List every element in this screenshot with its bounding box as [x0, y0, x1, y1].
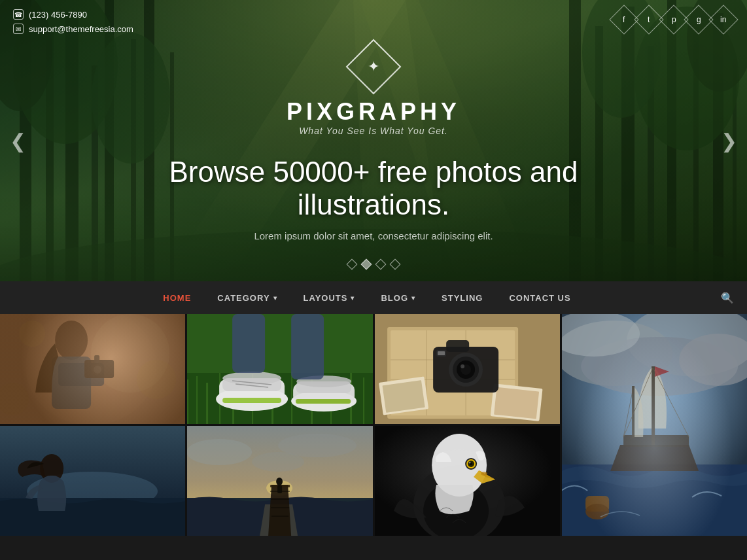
hero-logo	[354, 47, 393, 86]
svg-rect-61	[222, 398, 281, 403]
svg-point-92	[627, 314, 747, 376]
svg-rect-98	[651, 366, 655, 445]
svg-rect-90	[562, 314, 747, 536]
svg-rect-32	[52, 357, 91, 409]
svg-rect-34	[84, 360, 114, 378]
slide-dot-3[interactable]	[375, 259, 387, 270]
svg-point-30	[91, 314, 169, 393]
svg-point-40	[0, 383, 29, 415]
svg-rect-28	[0, 314, 185, 424]
svg-point-35	[92, 364, 103, 376]
next-slide-button[interactable]: ❯	[721, 130, 737, 152]
hero-headline: Browse 50000+ free photos and illustrati…	[112, 156, 635, 221]
slider-dots	[348, 260, 399, 268]
top-bar: ☎ (123) 456-7890 ✉ support@themefreesia.…	[0, 0, 747, 43]
nav-home[interactable]: HOME	[150, 281, 204, 314]
svg-rect-67	[232, 314, 265, 373]
svg-point-86	[460, 364, 464, 368]
svg-point-121	[187, 439, 252, 465]
category-dropdown-arrow: ▾	[273, 294, 277, 302]
svg-point-105	[585, 504, 609, 519]
svg-rect-44	[196, 376, 198, 424]
svg-rect-120	[277, 485, 282, 493]
svg-point-103	[585, 496, 609, 512]
svg-point-31	[55, 321, 88, 360]
photo-cell-3[interactable]	[375, 314, 560, 424]
svg-point-39	[137, 360, 176, 399]
photo-cell-5[interactable]	[0, 426, 185, 536]
slide-dot-1[interactable]	[347, 259, 358, 270]
svg-rect-104	[585, 496, 609, 512]
svg-rect-81	[446, 340, 469, 352]
svg-line-102	[623, 387, 633, 437]
svg-rect-37	[94, 355, 99, 363]
site-name: PIXGRAPHY	[287, 98, 460, 126]
nav-items: HOME CATEGORY ▾ LAYOUTS ▾ BLOG ▾ STYLING…	[13, 281, 721, 314]
nav-styling[interactable]: STYLING	[428, 281, 496, 314]
svg-point-94	[562, 314, 640, 357]
phone-icon: ☎	[13, 9, 24, 20]
svg-point-123	[252, 452, 304, 472]
navbar: HOME CATEGORY ▾ LAYOUTS ▾ BLOG ▾ STYLING…	[0, 281, 747, 314]
slide-dot-2[interactable]	[361, 259, 372, 270]
svg-rect-68	[291, 314, 324, 379]
svg-point-134	[481, 472, 487, 476]
photo-cell-4[interactable]	[562, 314, 747, 536]
photo-cell-1[interactable]	[0, 314, 185, 424]
nav-blog[interactable]: BLOG ▾	[368, 281, 428, 314]
prev-slide-button[interactable]: ❮	[10, 130, 26, 152]
phone-contact: ☎ (123) 456-7890	[13, 9, 133, 20]
svg-point-93	[581, 337, 738, 396]
email-address: support@themefreesia.com	[29, 24, 133, 34]
email-contact: ✉ support@themefreesia.com	[13, 24, 133, 34]
svg-rect-99	[632, 386, 634, 438]
svg-rect-66	[296, 399, 351, 404]
svg-point-29	[26, 314, 156, 424]
svg-point-95	[679, 334, 747, 386]
hero-subtext: Lorem ipsum dolor sit amet, consectetur …	[254, 230, 493, 241]
svg-point-91	[562, 321, 672, 386]
svg-rect-89	[562, 314, 747, 536]
svg-rect-50	[291, 372, 292, 424]
svg-line-100	[623, 368, 653, 437]
photo-cell-7[interactable]	[375, 426, 560, 536]
svg-rect-97	[623, 435, 689, 447]
svg-rect-43	[187, 379, 188, 424]
social-icons-group: f t p g in	[614, 9, 734, 30]
photo-cell-6[interactable]	[187, 426, 372, 536]
contact-info: ☎ (123) 456-7890 ✉ support@themefreesia.…	[13, 9, 133, 34]
svg-point-133	[468, 462, 470, 464]
svg-rect-79	[494, 387, 539, 419]
nav-layouts[interactable]: LAYOUTS ▾	[290, 281, 368, 314]
svg-rect-77	[382, 380, 425, 413]
nav-contact[interactable]: CONTACT US	[496, 281, 583, 314]
email-icon: ✉	[13, 24, 24, 34]
svg-rect-54	[363, 377, 364, 424]
instagram-icon[interactable]: in	[708, 5, 738, 34]
svg-point-38	[19, 321, 45, 347]
slide-dot-4[interactable]	[390, 259, 401, 270]
svg-point-36	[94, 366, 101, 374]
photo-grid	[0, 314, 747, 536]
photo-cell-2[interactable]	[187, 314, 372, 424]
hero-section: ☎ (123) 456-7890 ✉ support@themefreesia.…	[0, 0, 747, 281]
svg-point-119	[276, 478, 283, 485]
svg-rect-33	[58, 363, 104, 386]
logo-diamond	[346, 39, 402, 94]
svg-line-101	[653, 368, 689, 437]
site-tagline: What You See Is What You Get.	[299, 126, 448, 136]
svg-rect-45	[206, 383, 208, 424]
nav-category[interactable]: CATEGORY ▾	[204, 281, 290, 314]
phone-number: (123) 456-7890	[29, 10, 87, 20]
search-button[interactable]: 🔍	[721, 292, 734, 304]
layouts-dropdown-arrow: ▾	[351, 294, 355, 302]
blog-dropdown-arrow: ▾	[411, 294, 415, 302]
svg-rect-96	[562, 464, 747, 536]
svg-rect-88	[438, 351, 445, 355]
